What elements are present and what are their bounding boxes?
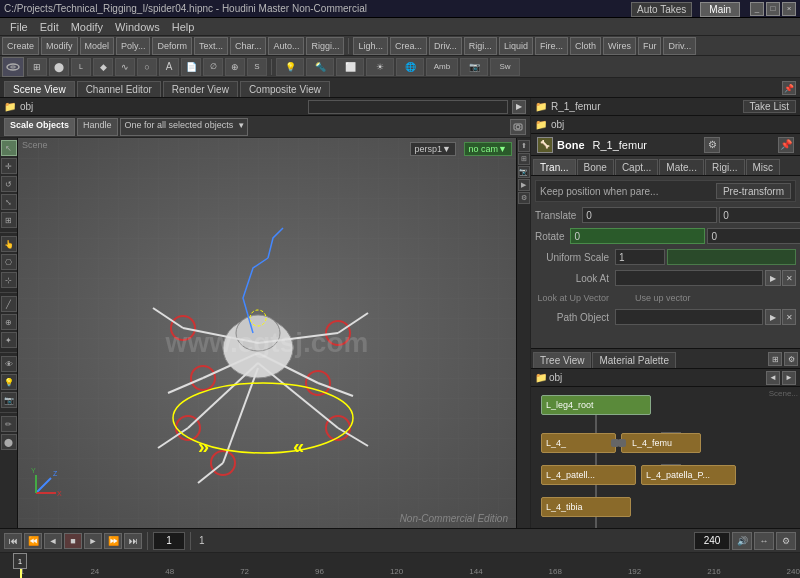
tb-icon-lsystem[interactable]: L <box>71 58 91 76</box>
tb-modify[interactable]: Modify <box>41 37 78 55</box>
tb-crea[interactable]: Crea... <box>390 37 427 55</box>
look-at-field[interactable] <box>615 270 763 286</box>
tab-scene-view[interactable]: Scene View <box>4 81 75 97</box>
tb-icon-camera[interactable]: 📷 <box>460 58 488 76</box>
uniform-scale-field[interactable] <box>615 249 665 265</box>
lt-handle-tool[interactable]: ⊕ <box>1 314 17 330</box>
btn-play-back[interactable]: ◄ <box>44 533 62 549</box>
bone-tab-rigi[interactable]: Rigi... <box>705 159 745 175</box>
menu-file[interactable]: File <box>4 20 34 34</box>
tb-icon-area-light[interactable]: ⬜ <box>336 58 364 76</box>
lt-fk-tool[interactable]: ⊹ <box>1 272 17 288</box>
nocam-label[interactable]: no cam▼ <box>464 142 512 156</box>
ng-layout-btn[interactable]: ⊞ <box>768 352 782 366</box>
tb-icon-switcher[interactable]: Sw <box>490 58 520 76</box>
tab-channel-editor[interactable]: Channel Editor <box>77 81 161 97</box>
tb-icon-sti[interactable]: S <box>247 58 267 76</box>
bone-gear-btn[interactable]: ⚙ <box>704 137 720 153</box>
minimize-button[interactable]: _ <box>750 2 764 16</box>
tb-icon-torus[interactable] <box>2 57 24 77</box>
tab-render-view[interactable]: Render View <box>163 81 238 97</box>
node-L_4_tibia[interactable]: L_4_tibia <box>541 497 631 517</box>
lt-ik-tool[interactable]: ⎔ <box>1 254 17 270</box>
bone-tab-capt[interactable]: Capt... <box>615 159 658 175</box>
tb-icon-environ[interactable]: 🌐 <box>396 58 424 76</box>
rotate-y[interactable] <box>707 228 800 244</box>
tb-icon-font[interactable]: A <box>159 58 179 76</box>
node-L_4_patella_P[interactable]: L_4_patella_P... <box>641 465 736 485</box>
tb-cloth[interactable]: Cloth <box>570 37 601 55</box>
btn-rewind[interactable]: ⏮ <box>4 533 22 549</box>
lt-transform-tool[interactable]: ⊞ <box>1 212 17 228</box>
tb-text[interactable]: Text... <box>194 37 228 55</box>
btn-stop[interactable]: ■ <box>64 533 82 549</box>
tb-driv[interactable]: Driv... <box>429 37 462 55</box>
tb-liquid[interactable]: Liquid <box>499 37 533 55</box>
btn-fast-forward[interactable]: ⏭ <box>124 533 142 549</box>
tb-icon-platonic[interactable]: ◆ <box>93 58 113 76</box>
lt-capture-tool[interactable]: ✦ <box>1 332 17 348</box>
ng-next-btn[interactable]: ► <box>782 371 796 385</box>
rotate-x[interactable] <box>570 228 705 244</box>
tb-wires[interactable]: Wires <box>603 37 636 55</box>
rt-cam[interactable]: 📷 <box>518 166 530 178</box>
lt-paint-tool[interactable]: ✏ <box>1 416 17 432</box>
tb-driv2[interactable]: Driv... <box>663 37 696 55</box>
tb-fur[interactable]: Fur <box>638 37 662 55</box>
ng-tab-material[interactable]: Material Palette <box>592 352 675 368</box>
path-object-field[interactable] <box>615 309 763 325</box>
bone-tab-mate[interactable]: Mate... <box>659 159 704 175</box>
node-L_4_femu[interactable]: L_4_femu <box>621 433 701 453</box>
menu-windows[interactable]: Windows <box>109 20 166 34</box>
vp-snapshot-icon[interactable] <box>510 119 526 135</box>
bone-pin-btn[interactable]: 📌 <box>778 137 794 153</box>
lt-scale-tool[interactable]: ⤡ <box>1 194 17 210</box>
rt-settings[interactable]: ⚙ <box>518 192 530 204</box>
persp-label[interactable]: persp1▼ <box>410 142 456 156</box>
btn-play[interactable]: ► <box>84 533 102 549</box>
path-object-btn[interactable]: ▶ <box>765 309 781 325</box>
tl-range-btn[interactable]: ↔ <box>754 532 774 550</box>
tb-rigi[interactable]: Rigi... <box>464 37 497 55</box>
tb-model[interactable]: Model <box>80 37 115 55</box>
ng-settings-btn[interactable]: ⚙ <box>784 352 798 366</box>
current-frame-display[interactable]: 1 <box>153 532 185 550</box>
tb-char[interactable]: Char... <box>230 37 267 55</box>
tb-auto[interactable]: Auto... <box>268 37 304 55</box>
end-frame-display[interactable]: 240 <box>694 532 730 550</box>
path-object-clear[interactable]: ✕ <box>782 309 796 325</box>
tl-settings-btn[interactable]: ⚙ <box>776 532 796 550</box>
timeline-bar[interactable]: 1 1 24 48 72 96 120 144 168 192 216 240 <box>0 553 800 578</box>
tb-create[interactable]: Create <box>2 37 39 55</box>
lt-camera-tool[interactable]: 📷 <box>1 392 17 408</box>
lt-sculpt-tool[interactable]: ⬤ <box>1 434 17 450</box>
tb-icon-grid[interactable]: ⊞ <box>27 58 47 76</box>
lt-light-tool[interactable]: 💡 <box>1 374 17 390</box>
tb-icon-distant[interactable]: ☀ <box>366 58 394 76</box>
tb-icon-spot-light[interactable]: 🔦 <box>306 58 334 76</box>
tab-pin[interactable]: 📌 <box>782 81 796 95</box>
tb-poly[interactable]: Poly... <box>116 37 150 55</box>
scene-3d[interactable]: » « persp1▼ no cam▼ www.cgtsj.com <box>18 138 516 528</box>
rt-maximize[interactable]: ⬆ <box>518 140 530 152</box>
bone-tab-misc[interactable]: Misc <box>746 159 781 175</box>
nodegraph-canvas[interactable]: Scene... L_leg4_root <box>531 387 800 528</box>
tb-icon-file[interactable]: 📄 <box>181 58 201 76</box>
bone-tab-tran[interactable]: Tran... <box>533 159 576 175</box>
ng-tab-tree[interactable]: Tree View <box>533 352 591 368</box>
tb-riggi[interactable]: Riggi... <box>306 37 344 55</box>
lt-select-tool[interactable]: ↖ <box>1 140 17 156</box>
bone-tab-bone[interactable]: Bone <box>577 159 614 175</box>
vp-selection-mode[interactable]: One for all selected objects ▼ <box>120 118 249 136</box>
keep-pos-value[interactable]: Pre-transform <box>716 183 791 199</box>
tab-composite-view[interactable]: Composite View <box>240 81 330 97</box>
btn-next-frame[interactable]: ⏩ <box>104 533 122 549</box>
lt-view-tool[interactable]: 👁 <box>1 356 17 372</box>
lt-rotate-tool[interactable]: ↺ <box>1 176 17 192</box>
tb-ligh[interactable]: Ligh... <box>353 37 388 55</box>
tb-icon-circle[interactable]: ○ <box>137 58 157 76</box>
vp-handle[interactable]: Handle <box>77 118 118 136</box>
tb-icon-point-light[interactable]: 💡 <box>276 58 304 76</box>
path-right-icon[interactable]: ▶ <box>512 100 526 114</box>
ng-prev-btn[interactable]: ◄ <box>766 371 780 385</box>
